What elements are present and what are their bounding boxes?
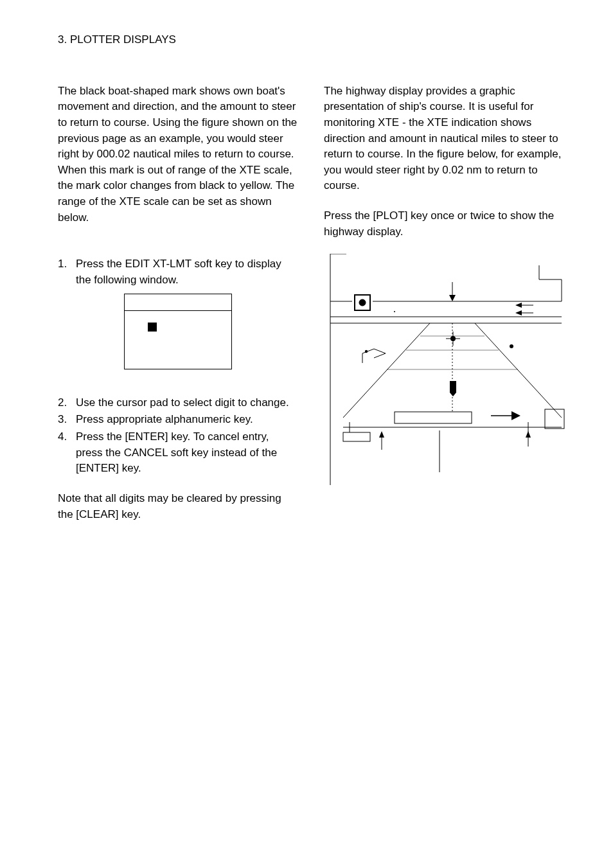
step-number: 3. bbox=[58, 412, 76, 428]
step-number: 4. bbox=[58, 429, 76, 477]
step-number: 2. bbox=[58, 395, 76, 411]
xte-limit-window bbox=[124, 294, 232, 369]
svg-point-24 bbox=[450, 336, 456, 341]
svg-marker-36 bbox=[379, 431, 384, 438]
xte-limit-window-figure bbox=[58, 294, 298, 369]
xte-procedure-list: 1. Press the EDIT XT-LMT soft key to dis… bbox=[58, 256, 298, 288]
xte-window-body bbox=[125, 311, 231, 369]
boat-icon bbox=[450, 381, 456, 396]
svg-point-25 bbox=[510, 344, 513, 348]
step-number: 1. bbox=[58, 256, 76, 288]
step-text: Press the EDIT XT-LMT soft key to displa… bbox=[76, 256, 298, 288]
step-text: Use the cursor pad to select digit to ch… bbox=[76, 395, 298, 411]
xte-procedure-list-cont: 2. Use the cursor pad to select digit to… bbox=[58, 395, 298, 477]
list-item: 1. Press the EDIT XT-LMT soft key to dis… bbox=[58, 256, 298, 288]
svg-point-26 bbox=[365, 350, 368, 353]
list-item: 3. Press appropriate alphanumeric key. bbox=[58, 412, 298, 428]
svg-marker-13 bbox=[515, 303, 522, 308]
svg-point-16 bbox=[394, 311, 395, 312]
step-text: Press appropriate alphanumeric key. bbox=[76, 412, 298, 428]
list-item: 4. Press the [ENTER] key. To cancel entr… bbox=[58, 429, 298, 477]
xte-window-titlebar bbox=[125, 294, 231, 311]
svg-rect-34 bbox=[545, 409, 564, 429]
svg-point-5 bbox=[359, 299, 366, 306]
page-header: 3. PLOTTER DISPLAYS bbox=[58, 32, 568, 48]
svg-marker-28 bbox=[511, 411, 520, 420]
highway-description: The highway display provides a graphic p… bbox=[324, 84, 568, 194]
svg-marker-39 bbox=[526, 431, 531, 438]
svg-rect-33 bbox=[395, 412, 472, 423]
plot-key-instruction: Press the [PLOT] key once or twice to sh… bbox=[324, 208, 568, 240]
boat-mark-description: The black boat-shaped mark shows own boa… bbox=[58, 84, 298, 226]
section-label: 3. PLOTTER DISPLAYS bbox=[58, 33, 176, 46]
step-text: Press the [ENTER] key. To cancel entry, … bbox=[76, 429, 298, 477]
svg-marker-15 bbox=[515, 310, 522, 315]
svg-rect-32 bbox=[343, 432, 370, 441]
cursor-block-icon bbox=[148, 323, 157, 332]
highway-display-figure bbox=[324, 254, 568, 485]
list-item: 2. Use the cursor pad to select digit to… bbox=[58, 395, 298, 411]
left-column: The black boat-shaped mark shows own boa… bbox=[58, 84, 298, 537]
right-column: The highway display provides a graphic p… bbox=[324, 84, 568, 537]
clear-note: Note that all digits may be cleared by p… bbox=[58, 491, 298, 522]
svg-marker-11 bbox=[449, 295, 456, 301]
highway-svg bbox=[324, 254, 568, 485]
